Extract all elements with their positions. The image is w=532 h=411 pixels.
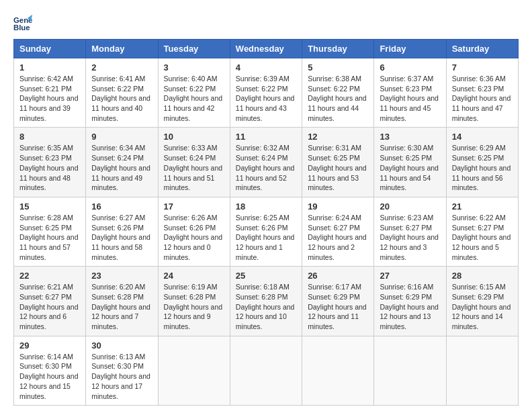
day-number: 3 [164, 62, 224, 73]
day-detail: Sunrise: 6:19 AM Sunset: 6:28 PM Dayligh… [164, 282, 224, 331]
day-number: 11 [236, 132, 296, 142]
day-number: 30 [91, 340, 152, 351]
calendar-cell: 4 Sunrise: 6:39 AM Sunset: 6:22 PM Dayli… [230, 58, 302, 128]
calendar-cell: 23 Sunrise: 6:20 AM Sunset: 6:28 PM Dayl… [86, 267, 158, 336]
calendar-cell: 13 Sunrise: 6:30 AM Sunset: 6:25 PM Dayl… [374, 128, 446, 197]
calendar-table: SundayMondayTuesdayWednesdayThursdayFrid… [13, 39, 519, 406]
logo: General Blue [13, 13, 35, 32]
day-detail: Sunrise: 6:32 AM Sunset: 6:24 PM Dayligh… [236, 143, 296, 192]
day-number: 23 [91, 271, 152, 281]
calendar-cell: 30 Sunrise: 6:13 AM Sunset: 6:30 PM Dayl… [86, 336, 158, 405]
weekday-header-friday: Friday [374, 40, 446, 58]
calendar-week-row: 15 Sunrise: 6:28 AM Sunset: 6:25 PM Dayl… [14, 197, 519, 266]
day-detail: Sunrise: 6:27 AM Sunset: 6:26 PM Dayligh… [91, 213, 152, 262]
calendar-cell: 6 Sunrise: 6:37 AM Sunset: 6:23 PM Dayli… [374, 58, 446, 128]
day-number: 26 [308, 271, 368, 281]
day-detail: Sunrise: 6:31 AM Sunset: 6:25 PM Dayligh… [308, 143, 368, 192]
day-number: 18 [236, 201, 296, 212]
page-header: General Blue [13, 13, 519, 32]
weekday-header-tuesday: Tuesday [158, 40, 230, 58]
day-detail: Sunrise: 6:13 AM Sunset: 6:30 PM Dayligh… [91, 352, 152, 401]
day-detail: Sunrise: 6:15 AM Sunset: 6:29 PM Dayligh… [452, 282, 513, 331]
day-number: 14 [452, 132, 513, 142]
day-detail: Sunrise: 6:24 AM Sunset: 6:27 PM Dayligh… [308, 213, 368, 262]
day-detail: Sunrise: 6:29 AM Sunset: 6:25 PM Dayligh… [452, 143, 513, 192]
day-detail: Sunrise: 6:42 AM Sunset: 6:21 PM Dayligh… [19, 74, 80, 123]
calendar-cell: 7 Sunrise: 6:36 AM Sunset: 6:23 PM Dayli… [446, 58, 518, 128]
calendar-cell: 24 Sunrise: 6:19 AM Sunset: 6:28 PM Dayl… [158, 267, 230, 336]
calendar-cell: 9 Sunrise: 6:34 AM Sunset: 6:24 PM Dayli… [86, 128, 158, 197]
calendar-cell: 25 Sunrise: 6:18 AM Sunset: 6:28 PM Dayl… [230, 267, 302, 336]
day-number: 15 [19, 201, 80, 212]
calendar-cell: 14 Sunrise: 6:29 AM Sunset: 6:25 PM Dayl… [446, 128, 518, 197]
day-number: 24 [164, 271, 224, 281]
calendar-cell: 17 Sunrise: 6:26 AM Sunset: 6:26 PM Dayl… [158, 197, 230, 266]
calendar-cell: 20 Sunrise: 6:23 AM Sunset: 6:27 PM Dayl… [374, 197, 446, 266]
day-number: 1 [19, 62, 80, 73]
day-detail: Sunrise: 6:30 AM Sunset: 6:25 PM Dayligh… [380, 143, 440, 192]
day-number: 16 [91, 201, 152, 212]
svg-text:Blue: Blue [13, 24, 30, 32]
calendar-cell [374, 336, 446, 405]
day-number: 22 [19, 271, 80, 281]
calendar-cell [158, 336, 230, 405]
day-detail: Sunrise: 6:36 AM Sunset: 6:23 PM Dayligh… [452, 74, 513, 123]
day-detail: Sunrise: 6:16 AM Sunset: 6:29 PM Dayligh… [380, 282, 440, 331]
calendar-cell [446, 336, 518, 405]
calendar-cell: 22 Sunrise: 6:21 AM Sunset: 6:27 PM Dayl… [14, 267, 86, 336]
day-number: 21 [452, 201, 513, 212]
calendar-cell: 10 Sunrise: 6:33 AM Sunset: 6:24 PM Dayl… [158, 128, 230, 197]
calendar-cell: 26 Sunrise: 6:17 AM Sunset: 6:29 PM Dayl… [302, 267, 374, 336]
day-number: 19 [308, 201, 368, 212]
day-number: 5 [308, 62, 368, 73]
day-number: 10 [164, 132, 224, 142]
calendar-week-row: 22 Sunrise: 6:21 AM Sunset: 6:27 PM Dayl… [14, 267, 519, 336]
calendar-cell: 15 Sunrise: 6:28 AM Sunset: 6:25 PM Dayl… [14, 197, 86, 266]
day-number: 6 [380, 62, 440, 73]
day-detail: Sunrise: 6:21 AM Sunset: 6:27 PM Dayligh… [19, 282, 80, 331]
day-number: 8 [19, 132, 80, 142]
calendar-cell: 27 Sunrise: 6:16 AM Sunset: 6:29 PM Dayl… [374, 267, 446, 336]
calendar-cell: 11 Sunrise: 6:32 AM Sunset: 6:24 PM Dayl… [230, 128, 302, 197]
day-detail: Sunrise: 6:22 AM Sunset: 6:27 PM Dayligh… [452, 213, 513, 262]
weekday-header-row: SundayMondayTuesdayWednesdayThursdayFrid… [14, 40, 519, 58]
day-number: 27 [380, 271, 440, 281]
calendar-cell: 29 Sunrise: 6:14 AM Sunset: 6:30 PM Dayl… [14, 336, 86, 405]
day-detail: Sunrise: 6:25 AM Sunset: 6:26 PM Dayligh… [236, 213, 296, 262]
calendar-cell: 12 Sunrise: 6:31 AM Sunset: 6:25 PM Dayl… [302, 128, 374, 197]
day-detail: Sunrise: 6:37 AM Sunset: 6:23 PM Dayligh… [380, 74, 440, 123]
day-detail: Sunrise: 6:26 AM Sunset: 6:26 PM Dayligh… [164, 213, 224, 262]
day-detail: Sunrise: 6:40 AM Sunset: 6:22 PM Dayligh… [164, 74, 224, 123]
calendar-cell: 2 Sunrise: 6:41 AM Sunset: 6:22 PM Dayli… [86, 58, 158, 128]
day-detail: Sunrise: 6:39 AM Sunset: 6:22 PM Dayligh… [236, 74, 296, 123]
day-number: 25 [236, 271, 296, 281]
weekday-header-sunday: Sunday [14, 40, 86, 58]
calendar-cell: 18 Sunrise: 6:25 AM Sunset: 6:26 PM Dayl… [230, 197, 302, 266]
calendar-cell: 19 Sunrise: 6:24 AM Sunset: 6:27 PM Dayl… [302, 197, 374, 266]
calendar-cell: 1 Sunrise: 6:42 AM Sunset: 6:21 PM Dayli… [14, 58, 86, 128]
day-number: 12 [308, 132, 368, 142]
day-number: 4 [236, 62, 296, 73]
day-number: 13 [380, 132, 440, 142]
calendar-week-row: 8 Sunrise: 6:35 AM Sunset: 6:23 PM Dayli… [14, 128, 519, 197]
weekday-header-monday: Monday [86, 40, 158, 58]
calendar-cell: 21 Sunrise: 6:22 AM Sunset: 6:27 PM Dayl… [446, 197, 518, 266]
logo-icon: General Blue [13, 13, 32, 32]
day-number: 9 [91, 132, 152, 142]
day-number: 17 [164, 201, 224, 212]
calendar-cell [230, 336, 302, 405]
weekday-header-thursday: Thursday [302, 40, 374, 58]
calendar-cell: 3 Sunrise: 6:40 AM Sunset: 6:22 PM Dayli… [158, 58, 230, 128]
day-number: 28 [452, 271, 513, 281]
calendar-week-row: 1 Sunrise: 6:42 AM Sunset: 6:21 PM Dayli… [14, 58, 519, 128]
day-detail: Sunrise: 6:17 AM Sunset: 6:29 PM Dayligh… [308, 282, 368, 331]
calendar-cell: 8 Sunrise: 6:35 AM Sunset: 6:23 PM Dayli… [14, 128, 86, 197]
day-number: 2 [91, 62, 152, 73]
day-detail: Sunrise: 6:23 AM Sunset: 6:27 PM Dayligh… [380, 213, 440, 262]
weekday-header-wednesday: Wednesday [230, 40, 302, 58]
day-detail: Sunrise: 6:20 AM Sunset: 6:28 PM Dayligh… [91, 282, 152, 331]
calendar-cell: 28 Sunrise: 6:15 AM Sunset: 6:29 PM Dayl… [446, 267, 518, 336]
calendar-cell [302, 336, 374, 405]
day-detail: Sunrise: 6:35 AM Sunset: 6:23 PM Dayligh… [19, 143, 80, 192]
calendar-week-row: 29 Sunrise: 6:14 AM Sunset: 6:30 PM Dayl… [14, 336, 519, 405]
